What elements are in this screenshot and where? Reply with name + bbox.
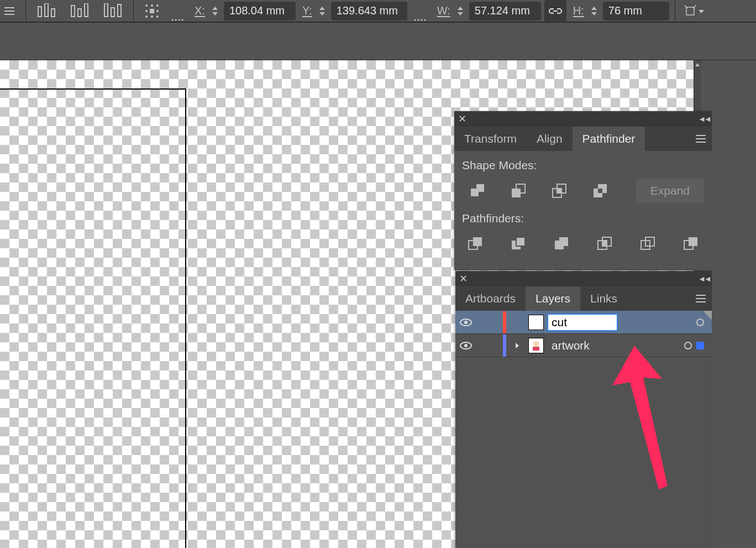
svg-rect-65 [533, 347, 539, 351]
svg-rect-8 [85, 3, 88, 17]
tab-align[interactable]: Align [527, 127, 573, 151]
y-field[interactable] [331, 2, 407, 20]
svg-rect-9 [104, 3, 108, 17]
shape-modes-label: Shape Modes: [454, 151, 712, 178]
svg-point-27 [421, 19, 422, 20]
svg-point-19 [151, 15, 153, 18]
link-wh-button[interactable] [544, 0, 566, 22]
pf-minus-back-icon[interactable] [678, 231, 704, 257]
layers-panel: ✕ ◄◄ Artboards Layers Links [455, 271, 712, 548]
svg-point-26 [417, 19, 419, 20]
svg-point-24 [182, 19, 183, 20]
svg-rect-10 [111, 8, 114, 17]
w-stepper[interactable] [455, 0, 466, 22]
svg-point-62 [464, 344, 468, 347]
top-toolbar: X: Y: W: H: [0, 0, 756, 23]
shape-intersect-icon[interactable] [544, 178, 575, 204]
layers-menu-button[interactable] [690, 286, 712, 311]
svg-point-13 [151, 4, 153, 7]
layers-collapse-button[interactable]: ◄◄ [696, 274, 712, 283]
tab-transform[interactable]: Transform [454, 127, 527, 151]
svg-rect-48 [559, 237, 568, 246]
svg-rect-4 [45, 3, 48, 17]
svg-rect-42 [557, 189, 561, 193]
tab-links[interactable]: Links [580, 286, 627, 311]
pf-outline-icon[interactable] [634, 231, 661, 257]
svg-point-12 [145, 4, 148, 7]
h-stepper[interactable] [589, 0, 600, 22]
svg-point-17 [156, 10, 159, 12]
y-label: Y: [299, 4, 313, 17]
h-field[interactable] [603, 2, 669, 20]
selection-indicator-icon[interactable] [696, 342, 704, 349]
layer-row-cut[interactable] [455, 311, 712, 334]
svg-point-64 [533, 341, 539, 347]
pf-trim-icon[interactable] [505, 231, 532, 257]
panel-collapse-button[interactable]: ◄◄ [696, 114, 712, 123]
pf-divide-icon[interactable] [462, 231, 489, 257]
layer-color-chip [503, 311, 506, 333]
tab-pathfinder[interactable]: Pathfinder [573, 127, 645, 151]
svg-rect-16 [150, 9, 154, 13]
shape-exclude-icon[interactable] [585, 178, 616, 204]
layer-name-input[interactable] [547, 314, 618, 331]
svg-rect-7 [78, 9, 81, 17]
x-stepper[interactable] [209, 0, 221, 22]
visibility-toggle[interactable] [455, 342, 476, 349]
baseline-dots-icon [168, 0, 188, 22]
svg-line-31 [684, 5, 687, 8]
svg-marker-33 [699, 10, 704, 13]
layer-thumbnail [528, 338, 544, 353]
pathfinder-tabs: Transform Align Pathfinder [454, 127, 712, 151]
shape-minus-front-icon[interactable] [503, 178, 534, 204]
list-corner-icon [703, 311, 712, 320]
x-label: X: [191, 4, 206, 17]
layers-close-button[interactable]: ✕ [455, 271, 471, 286]
x-field[interactable] [224, 2, 296, 20]
selection-rect[interactable] [0, 88, 186, 548]
svg-rect-3 [38, 7, 41, 17]
pf-crop-icon[interactable] [591, 231, 618, 257]
panel-close-button[interactable]: ✕ [454, 111, 470, 127]
tab-artboards[interactable]: Artboards [455, 286, 526, 311]
align-bars-1-icon[interactable] [32, 1, 61, 21]
reference-point-icon[interactable] [139, 1, 165, 21]
y-stepper[interactable] [317, 0, 328, 22]
pf-merge-icon[interactable] [548, 231, 575, 257]
svg-point-14 [156, 4, 159, 7]
svg-point-28 [424, 19, 426, 20]
svg-point-18 [145, 15, 148, 18]
layers-tabs: Artboards Layers Links [455, 286, 712, 311]
layer-row-artwork[interactable]: artwork [455, 334, 712, 357]
svg-point-20 [156, 15, 159, 18]
w-label: W: [434, 4, 452, 17]
secondary-toolbar [0, 23, 756, 60]
panel-titlebar: ✕ ◄◄ [454, 111, 712, 127]
list-icon[interactable] [0, 1, 20, 21]
svg-point-22 [175, 19, 177, 20]
svg-rect-6 [71, 6, 75, 17]
scroll-up-icon[interactable] [694, 60, 701, 69]
w-field[interactable] [469, 2, 541, 20]
disclosure-icon[interactable] [510, 342, 525, 349]
layer-color-chip [503, 335, 506, 357]
tab-layers[interactable]: Layers [526, 286, 580, 311]
target-icon[interactable] [684, 342, 692, 349]
svg-point-23 [179, 19, 180, 20]
svg-point-21 [172, 19, 174, 20]
visibility-toggle[interactable] [455, 319, 476, 326]
h-label: H: [570, 4, 585, 17]
svg-point-60 [464, 321, 468, 324]
svg-rect-5 [51, 9, 55, 17]
shape-unite-icon[interactable] [462, 178, 493, 204]
layer-thumbnail [528, 315, 544, 330]
expand-button[interactable]: Expand [636, 179, 704, 203]
transform-dropdown[interactable] [681, 5, 705, 17]
align-bars-3-icon[interactable] [98, 1, 128, 21]
layer-name-label[interactable]: artwork [547, 339, 590, 352]
svg-rect-30 [686, 7, 694, 15]
layers-titlebar: ✕ ◄◄ [455, 271, 712, 286]
svg-marker-34 [695, 63, 700, 66]
panel-menu-button[interactable] [690, 127, 712, 151]
align-bars-2-icon[interactable] [65, 1, 95, 21]
